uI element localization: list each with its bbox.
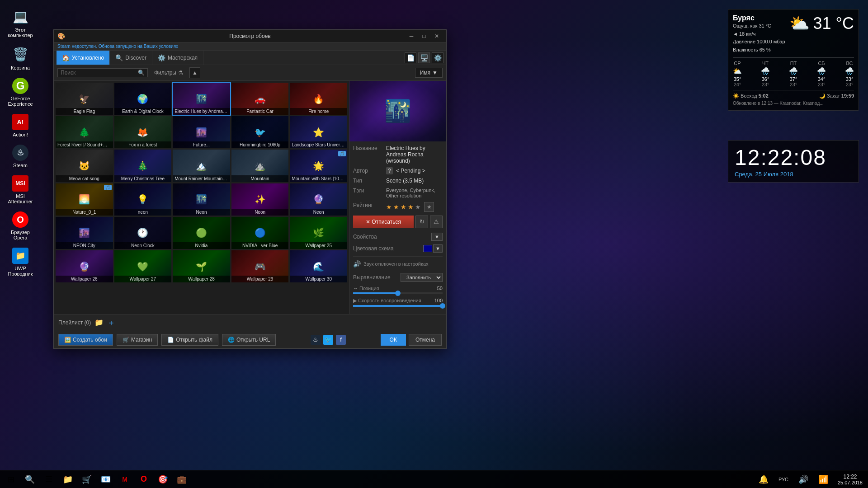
file-explorer-taskbar[interactable]: 📁 xyxy=(59,470,77,488)
wallpaper-thumb[interactable]: 🔮Neon xyxy=(290,183,347,216)
speed-thumb[interactable] xyxy=(440,303,445,309)
wallpaper-thumb[interactable]: 🚗Fantastic Car xyxy=(231,83,289,115)
maximize-button[interactable]: □ xyxy=(418,32,430,41)
wallpaper-thumb[interactable]: 🎮Wallpaper 29 xyxy=(231,250,289,282)
wallpaper-thumb[interactable]: 💚Wallpaper 27 xyxy=(114,250,172,282)
view-monitor-button[interactable]: 🖥️ xyxy=(418,52,430,63)
wallpaper-thumb[interactable]: ✨Neon xyxy=(231,183,289,216)
wallpaper-thumb[interactable]: 🌅Nature_0_1🎵 xyxy=(56,183,113,216)
wallpaper-thumb[interactable]: 🌆NEON City xyxy=(56,217,113,249)
tab-installed[interactable]: 🏠 Установлено xyxy=(57,51,110,65)
desktop-icon-uwp[interactable]: 📁 UWP Проводник xyxy=(2,245,38,279)
filters-button[interactable]: Фильтры ⚗ xyxy=(151,68,187,77)
taskbar-time[interactable]: 12:22 25.07.2018 xyxy=(834,473,866,486)
properties-dropdown[interactable]: ▼ xyxy=(431,233,443,241)
star-4[interactable]: ★ xyxy=(408,203,414,211)
wallpaper-thumb[interactable]: 🐱Meow cat song xyxy=(56,150,113,182)
color-scheme-dropdown[interactable]: ▼ xyxy=(433,244,443,253)
warning-button[interactable]: ⚠ xyxy=(430,216,443,228)
wallpaper-thumb[interactable]: 🦊Fox in a forest xyxy=(114,116,172,148)
position-track[interactable] xyxy=(353,292,443,294)
search-box[interactable]: 🔍 xyxy=(57,68,148,77)
thumb-label: Mountain with Stars [1080p 60FPS] xyxy=(290,175,347,182)
desktop-icon-steam[interactable]: ♨ Steam xyxy=(2,142,38,171)
tab-discover[interactable]: 🔍 Discover xyxy=(110,51,152,65)
sort-dropdown[interactable]: Имя ▼ xyxy=(415,68,443,78)
minimize-button[interactable]: ─ xyxy=(406,32,417,41)
mail-taskbar[interactable]: 📧 xyxy=(97,470,115,488)
wallpaper-thumb[interactable]: ⭐Landscape Stars Universe 1080p xyxy=(290,116,347,148)
cancel-button[interactable]: Отмена xyxy=(409,334,442,346)
ok-button[interactable]: ОК xyxy=(381,334,406,346)
task-view-button[interactable]: ☰ xyxy=(40,470,58,488)
wallpaper-thumb[interactable]: ⛰️Mountain xyxy=(231,150,289,182)
volume-icon[interactable]: 🔊 xyxy=(794,470,812,488)
open-url-button[interactable]: 🌐 Открыть URL xyxy=(222,334,276,346)
favorite-button[interactable]: ★ xyxy=(424,202,434,212)
notification-icon[interactable]: 🔔 xyxy=(755,470,773,488)
desktop-icon-msi[interactable]: MSI MSI Afterburner xyxy=(2,173,38,207)
wallpaper-thumb[interactable]: 🏔️Mount Rainier Mountain river 4K xyxy=(173,150,230,182)
desktop-icon-opera[interactable]: O Браузер Opera xyxy=(2,209,38,243)
wallpaper-thumb[interactable]: 💡neon xyxy=(114,183,172,216)
app2-taskbar[interactable]: 💼 xyxy=(173,470,191,488)
search-input[interactable] xyxy=(61,70,138,76)
search-icon[interactable]: 🔍 xyxy=(138,70,145,76)
star-5[interactable]: ★ xyxy=(415,203,421,211)
star-1[interactable]: ★ xyxy=(386,203,392,211)
desktop-icon-geforce[interactable]: G GeForce Experience xyxy=(2,75,38,109)
wallpaper-thumb[interactable]: 🌟Mountain with Stars [1080p 60FPS]🎵 xyxy=(290,150,347,182)
social-facebook-icon[interactable]: f xyxy=(336,335,346,345)
wallpaper-thumb[interactable]: 🌃Electric Hues by Andreas Rocha (w/sound… xyxy=(173,83,230,115)
network-icon[interactable]: 📶 xyxy=(814,470,832,488)
view-settings-button[interactable]: ⚙️ xyxy=(432,52,443,63)
wallpaper-thumb[interactable]: 🔵NVIDIA - ver Blue xyxy=(231,217,289,249)
align-dropdown[interactable]: Заполнить xyxy=(401,273,443,282)
wallpaper-thumb[interactable]: 🌿Wallpaper 25 xyxy=(290,217,347,249)
view-file-button[interactable]: 📄 xyxy=(405,52,416,63)
refresh-button[interactable]: ↻ xyxy=(415,216,428,228)
desktop-icon-action[interactable]: A! Action! xyxy=(2,111,38,140)
wallpaper-thumb[interactable]: 🌆Future... xyxy=(173,116,230,148)
social-steam-icon[interactable]: ♨ xyxy=(311,335,321,345)
desktop-icon-computer[interactable]: 💻 Этот компьютер xyxy=(2,5,38,41)
wallpaper-grid-container[interactable]: 🦅Eagle Flag🌍Earth & Digital Clock🌃Electr… xyxy=(54,81,349,314)
star-2[interactable]: ★ xyxy=(393,203,399,211)
wallpaper-thumb[interactable]: 🟢Nvidia xyxy=(173,217,230,249)
wallpaper-thumb[interactable]: 🔮Wallpaper 26 xyxy=(56,250,113,282)
wallpaper-thumb[interactable]: 🐦Hummingbird 1080p xyxy=(231,116,289,148)
search-button[interactable]: 🔍 xyxy=(21,470,39,488)
collapse-button[interactable]: ▲ xyxy=(189,67,200,78)
wallpaper-thumb[interactable]: 🎄Merry Christmas Tree xyxy=(114,150,172,182)
wallpaper-thumb[interactable]: 🕐Neon Clock xyxy=(114,217,172,249)
wallpaper-thumb[interactable]: 🌃Neon xyxy=(173,183,230,216)
shop-button[interactable]: 🛒 Магазин xyxy=(117,334,158,346)
msi-taskbar[interactable]: M xyxy=(116,470,134,488)
wallpaper-thumb[interactable]: 🔥Fire horse xyxy=(290,83,347,115)
keyboard-icon[interactable]: РУС xyxy=(774,470,793,488)
app1-taskbar[interactable]: 🎯 xyxy=(154,470,172,488)
steam-error-link[interactable]: Обнова запущено на Ваших условиях xyxy=(99,44,178,49)
unsubscribe-button[interactable]: ✕ Отписаться xyxy=(353,216,414,228)
weather-forecast: СР ⛅ 35°24° ЧТ 🌧️ 36°23° ПТ 🌧️ 37°23° СБ… xyxy=(733,57,854,87)
star-3[interactable]: ★ xyxy=(401,203,406,211)
create-wallpaper-button[interactable]: 🖼️ Создать обои xyxy=(58,334,113,346)
opera-taskbar[interactable]: O xyxy=(135,470,153,488)
wallpaper-thumb[interactable]: 🌍Earth & Digital Clock xyxy=(114,83,172,115)
speed-track[interactable] xyxy=(353,305,443,307)
playlist-add-icon[interactable]: ＋ xyxy=(107,317,115,328)
wallpaper-thumb[interactable]: 🌊Wallpaper 30 xyxy=(290,250,347,282)
open-file-button[interactable]: 📄 Открыть файл xyxy=(161,334,218,346)
store-taskbar[interactable]: 🛒 xyxy=(78,470,96,488)
social-twitter-icon[interactable]: 🐦 xyxy=(323,335,333,345)
start-button[interactable]: ⊞ xyxy=(2,470,20,488)
wallpaper-thumb[interactable]: 🌲Forest River [/ Sound+Music 2 ] xyxy=(56,116,113,148)
tab-workshop[interactable]: ⚙️ Мастерская xyxy=(152,51,203,65)
position-thumb[interactable] xyxy=(395,291,401,296)
playlist-folder-icon[interactable]: 📁 xyxy=(94,318,104,327)
wallpaper-thumb[interactable]: 🦅Eagle Flag xyxy=(56,83,113,115)
close-button[interactable]: ✕ xyxy=(431,32,443,41)
color-swatch[interactable] xyxy=(423,245,432,252)
wallpaper-thumb[interactable]: 🌱Wallpaper 28 xyxy=(173,250,230,282)
desktop-icon-cart[interactable]: 🗑️ Корзина xyxy=(2,42,38,73)
